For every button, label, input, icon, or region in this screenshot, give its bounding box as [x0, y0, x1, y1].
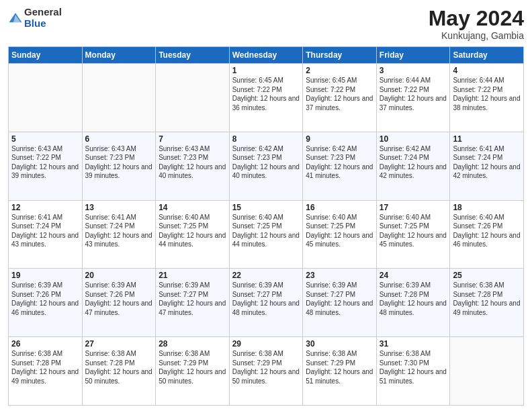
calendar: SundayMondayTuesdayWednesdayThursdayFrid…	[8, 46, 524, 406]
day-info: Sunrise: 6:40 AMSunset: 7:25 PMDaylight:…	[232, 213, 300, 249]
day-info: Sunrise: 6:41 AMSunset: 7:24 PMDaylight:…	[85, 213, 153, 249]
logo: General Blue	[8, 7, 62, 29]
day-cell: 19Sunrise: 6:39 AMSunset: 7:26 PMDayligh…	[9, 269, 83, 337]
day-cell: 10Sunrise: 6:42 AMSunset: 7:24 PMDayligh…	[376, 132, 450, 200]
day-number: 31	[380, 339, 447, 349]
day-cell: 8Sunrise: 6:42 AMSunset: 7:23 PMDaylight…	[229, 132, 303, 200]
day-cell: 12Sunrise: 6:41 AMSunset: 7:24 PMDayligh…	[9, 200, 83, 269]
day-info: Sunrise: 6:38 AMSunset: 7:28 PMDaylight:…	[85, 349, 153, 385]
day-number: 18	[453, 203, 521, 212]
day-number: 22	[232, 271, 300, 280]
day-number: 10	[380, 134, 447, 144]
day-info: Sunrise: 6:42 AMSunset: 7:24 PMDaylight:…	[380, 144, 447, 181]
day-number: 6	[85, 134, 153, 144]
day-cell: 14Sunrise: 6:40 AMSunset: 7:25 PMDayligh…	[156, 200, 230, 269]
day-number: 1	[232, 66, 300, 75]
day-number: 13	[85, 203, 153, 212]
weekday-monday: Monday	[82, 47, 156, 64]
day-number: 4	[453, 66, 521, 75]
logo-blue-text: Blue	[24, 17, 46, 29]
day-info: Sunrise: 6:39 AMSunset: 7:26 PMDaylight:…	[11, 281, 79, 317]
week-row-4: 19Sunrise: 6:39 AMSunset: 7:26 PMDayligh…	[9, 269, 524, 337]
day-number: 24	[380, 271, 447, 280]
day-cell: 24Sunrise: 6:39 AMSunset: 7:28 PMDayligh…	[376, 269, 450, 337]
weekday-tuesday: Tuesday	[156, 47, 230, 64]
week-row-2: 5Sunrise: 6:43 AMSunset: 7:22 PMDaylight…	[9, 132, 524, 200]
day-cell: 2Sunrise: 6:45 AMSunset: 7:22 PMDaylight…	[303, 64, 377, 132]
day-info: Sunrise: 6:38 AMSunset: 7:28 PMDaylight:…	[453, 281, 521, 317]
day-number: 11	[453, 134, 521, 144]
day-cell: 30Sunrise: 6:38 AMSunset: 7:29 PMDayligh…	[303, 337, 377, 406]
day-info: Sunrise: 6:39 AMSunset: 7:27 PMDaylight:…	[306, 281, 373, 317]
day-number: 8	[232, 134, 300, 144]
day-cell: 13Sunrise: 6:41 AMSunset: 7:24 PMDayligh…	[82, 200, 156, 269]
day-cell: 31Sunrise: 6:38 AMSunset: 7:30 PMDayligh…	[376, 337, 450, 406]
day-number: 17	[380, 203, 447, 212]
month-title: May 2024	[429, 7, 524, 30]
day-info: Sunrise: 6:41 AMSunset: 7:24 PMDaylight:…	[453, 144, 521, 181]
title-block: May 2024 Kunkujang, Gambia	[429, 7, 524, 41]
day-cell: 25Sunrise: 6:38 AMSunset: 7:28 PMDayligh…	[450, 269, 524, 337]
day-info: Sunrise: 6:39 AMSunset: 7:27 PMDaylight:…	[159, 281, 226, 317]
day-number: 20	[85, 271, 153, 280]
day-number: 27	[85, 339, 153, 349]
day-cell: 16Sunrise: 6:40 AMSunset: 7:25 PMDayligh…	[303, 200, 377, 269]
day-info: Sunrise: 6:38 AMSunset: 7:29 PMDaylight:…	[306, 349, 373, 385]
day-cell: 17Sunrise: 6:40 AMSunset: 7:25 PMDayligh…	[376, 200, 450, 269]
day-number: 16	[306, 203, 373, 212]
day-cell: 4Sunrise: 6:44 AMSunset: 7:22 PMDaylight…	[450, 64, 524, 132]
day-number: 21	[159, 271, 226, 280]
day-info: Sunrise: 6:45 AMSunset: 7:22 PMDaylight:…	[232, 76, 300, 112]
day-number: 5	[11, 134, 79, 144]
day-cell: 26Sunrise: 6:38 AMSunset: 7:28 PMDayligh…	[9, 337, 83, 406]
day-info: Sunrise: 6:40 AMSunset: 7:25 PMDaylight:…	[306, 213, 373, 249]
day-cell	[82, 64, 156, 132]
day-cell: 28Sunrise: 6:38 AMSunset: 7:29 PMDayligh…	[156, 337, 230, 406]
day-cell	[450, 337, 524, 406]
weekday-sunday: Sunday	[9, 47, 83, 64]
day-info: Sunrise: 6:44 AMSunset: 7:22 PMDaylight:…	[453, 76, 521, 112]
week-row-3: 12Sunrise: 6:41 AMSunset: 7:24 PMDayligh…	[9, 200, 524, 269]
header: General Blue May 2024 Kunkujang, Gambia	[8, 7, 524, 41]
day-number: 2	[306, 66, 373, 75]
day-number: 19	[11, 271, 79, 280]
day-number: 12	[11, 203, 79, 212]
logo-text: General Blue	[24, 7, 62, 29]
day-number: 30	[306, 339, 373, 349]
day-info: Sunrise: 6:40 AMSunset: 7:26 PMDaylight:…	[453, 213, 521, 249]
day-cell: 27Sunrise: 6:38 AMSunset: 7:28 PMDayligh…	[82, 337, 156, 406]
day-info: Sunrise: 6:38 AMSunset: 7:30 PMDaylight:…	[380, 349, 447, 385]
day-info: Sunrise: 6:39 AMSunset: 7:27 PMDaylight:…	[232, 281, 300, 317]
week-row-1: 1Sunrise: 6:45 AMSunset: 7:22 PMDaylight…	[9, 64, 524, 132]
day-number: 3	[380, 66, 447, 75]
day-number: 23	[306, 271, 373, 280]
day-cell: 23Sunrise: 6:39 AMSunset: 7:27 PMDayligh…	[303, 269, 377, 337]
day-number: 29	[232, 339, 300, 349]
logo-icon	[8, 11, 23, 26]
day-info: Sunrise: 6:38 AMSunset: 7:29 PMDaylight:…	[232, 349, 300, 385]
day-info: Sunrise: 6:43 AMSunset: 7:22 PMDaylight:…	[11, 144, 79, 181]
day-info: Sunrise: 6:45 AMSunset: 7:22 PMDaylight:…	[306, 76, 373, 112]
day-cell: 1Sunrise: 6:45 AMSunset: 7:22 PMDaylight…	[229, 64, 303, 132]
day-number: 26	[11, 339, 79, 349]
day-cell: 29Sunrise: 6:38 AMSunset: 7:29 PMDayligh…	[229, 337, 303, 406]
weekday-thursday: Thursday	[303, 47, 377, 64]
day-cell: 11Sunrise: 6:41 AMSunset: 7:24 PMDayligh…	[450, 132, 524, 200]
day-cell: 21Sunrise: 6:39 AMSunset: 7:27 PMDayligh…	[156, 269, 230, 337]
day-info: Sunrise: 6:38 AMSunset: 7:29 PMDaylight:…	[159, 349, 226, 385]
day-info: Sunrise: 6:42 AMSunset: 7:23 PMDaylight:…	[306, 144, 373, 181]
day-cell: 22Sunrise: 6:39 AMSunset: 7:27 PMDayligh…	[229, 269, 303, 337]
day-info: Sunrise: 6:41 AMSunset: 7:24 PMDaylight:…	[11, 213, 79, 249]
day-number: 9	[306, 134, 373, 144]
page: General Blue May 2024 Kunkujang, Gambia …	[0, 0, 532, 411]
day-info: Sunrise: 6:44 AMSunset: 7:22 PMDaylight:…	[380, 76, 447, 112]
day-cell: 9Sunrise: 6:42 AMSunset: 7:23 PMDaylight…	[303, 132, 377, 200]
day-info: Sunrise: 6:43 AMSunset: 7:23 PMDaylight:…	[159, 144, 226, 181]
day-cell: 15Sunrise: 6:40 AMSunset: 7:25 PMDayligh…	[229, 200, 303, 269]
weekday-friday: Friday	[376, 47, 450, 64]
day-number: 15	[232, 203, 300, 212]
weekday-header-row: SundayMondayTuesdayWednesdayThursdayFrid…	[9, 47, 524, 64]
day-number: 25	[453, 271, 521, 280]
day-info: Sunrise: 6:40 AMSunset: 7:25 PMDaylight:…	[380, 213, 447, 249]
weekday-wednesday: Wednesday	[229, 47, 303, 64]
